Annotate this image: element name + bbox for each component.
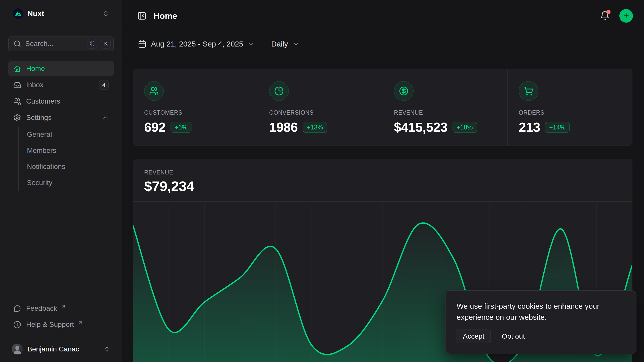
cookie-optout-button[interactable]: Opt out bbox=[502, 332, 525, 340]
sidebar-item-members[interactable]: Members bbox=[19, 143, 114, 159]
search-icon bbox=[14, 40, 21, 48]
stat-conversions[interactable]: CONVERSIONS 1986 +13% bbox=[258, 69, 383, 146]
external-link-icon bbox=[61, 304, 66, 309]
stat-label: CONVERSIONS bbox=[269, 109, 372, 116]
notifications-button[interactable] bbox=[600, 11, 610, 21]
info-circle-icon bbox=[13, 321, 21, 329]
dollar-circle-icon bbox=[394, 81, 414, 101]
chevron-down-icon bbox=[248, 41, 255, 48]
stat-revenue[interactable]: REVENUE $415,523 +18% bbox=[383, 69, 507, 146]
sidebar-item-label: Feedback bbox=[26, 304, 57, 312]
cookie-accept-button[interactable]: Accept bbox=[457, 330, 491, 343]
revenue-label: REVENUE bbox=[144, 169, 621, 176]
chevron-down-icon bbox=[293, 41, 299, 48]
topbar: Home bbox=[122, 0, 644, 32]
kbd-cmd: ⌘ bbox=[88, 39, 97, 49]
sidebar-item-inbox[interactable]: Inbox 4 bbox=[8, 77, 114, 93]
sidebar-subitem-label: Security bbox=[27, 179, 52, 187]
users-icon bbox=[13, 98, 21, 105]
sidebar-item-help-support[interactable]: Help & Support bbox=[8, 316, 114, 333]
workspace-switcher[interactable]: Nuxt bbox=[8, 6, 114, 22]
home-icon bbox=[13, 65, 21, 73]
user-name: Benjamin Canac bbox=[27, 345, 79, 353]
stat-customers[interactable]: CUSTOMERS 692 +6% bbox=[133, 69, 258, 146]
sidebar-collapse-button[interactable] bbox=[137, 11, 147, 21]
add-button[interactable] bbox=[619, 9, 633, 23]
calendar-icon bbox=[138, 40, 146, 48]
notification-dot bbox=[606, 10, 611, 14]
stats-panel: CUSTOMERS 692 +6% CONVERSIONS 1986 +13% bbox=[133, 69, 632, 146]
revenue-total: $79,234 bbox=[144, 179, 621, 194]
date-range-label: Aug 21, 2025 - Sep 4, 2025 bbox=[151, 40, 243, 48]
chevron-up-icon bbox=[102, 114, 109, 121]
sidebar-item-notifications[interactable]: Notifications bbox=[19, 159, 114, 175]
sidebar-item-label: Help & Support bbox=[26, 321, 74, 329]
inbox-icon bbox=[13, 81, 21, 89]
shopping-cart-icon bbox=[519, 81, 538, 101]
workspace-name: Nuxt bbox=[27, 9, 44, 18]
gear-icon bbox=[13, 114, 21, 122]
user-section: Benjamin Canac bbox=[0, 337, 122, 362]
sidebar-item-general[interactable]: General bbox=[19, 126, 114, 143]
sidebar-item-label: Home bbox=[26, 65, 45, 73]
stat-delta-badge: +6% bbox=[171, 122, 191, 133]
stat-value: $415,523 bbox=[394, 120, 448, 135]
stat-value: 1986 bbox=[269, 120, 298, 135]
sidebar-subitem-label: Notifications bbox=[27, 163, 65, 171]
nuxt-logo-icon bbox=[13, 8, 23, 19]
stat-orders[interactable]: ORDERS 213 +14% bbox=[507, 69, 632, 146]
sidebar-subitem-label: General bbox=[27, 130, 52, 139]
pie-chart-icon bbox=[269, 81, 289, 101]
sidebar-item-feedback[interactable]: Feedback bbox=[8, 300, 114, 316]
sidebar-item-home[interactable]: Home bbox=[8, 61, 114, 76]
search-box[interactable]: ⌘ K bbox=[8, 36, 114, 51]
chevrons-up-down-icon bbox=[104, 346, 110, 352]
sidebar-item-settings[interactable]: Settings bbox=[8, 110, 114, 125]
stat-label: CUSTOMERS bbox=[144, 109, 247, 116]
stat-label: ORDERS bbox=[519, 109, 621, 116]
sidebar-nav: Home Inbox 4 Customers bbox=[8, 61, 114, 191]
chat-bubble-icon bbox=[13, 305, 21, 312]
avatar bbox=[12, 344, 23, 355]
chevrons-up-down-icon bbox=[103, 10, 109, 17]
sidebar-item-label: Inbox bbox=[26, 81, 44, 89]
stat-delta-badge: +18% bbox=[453, 122, 477, 133]
sidebar-item-label: Customers bbox=[26, 97, 60, 105]
filters-toolbar: Aug 21, 2025 - Sep 4, 2025 Daily bbox=[122, 32, 644, 56]
cookie-banner: We use first-party cookies to enhance yo… bbox=[445, 290, 636, 354]
search-input[interactable] bbox=[25, 40, 84, 48]
period-select[interactable]: Daily bbox=[271, 40, 299, 48]
sidebar-item-customers[interactable]: Customers bbox=[8, 94, 114, 109]
stat-value: 213 bbox=[519, 120, 540, 135]
sidebar: Nuxt ⌘ K Home bbox=[0, 0, 122, 362]
stat-value: 692 bbox=[144, 120, 166, 135]
users-icon bbox=[144, 81, 164, 101]
cookie-message: We use first-party cookies to enhance yo… bbox=[457, 301, 625, 323]
plus-icon bbox=[622, 12, 630, 20]
stat-delta-badge: +13% bbox=[303, 122, 327, 133]
sidebar-item-label: Settings bbox=[26, 114, 52, 122]
user-menu[interactable]: Benjamin Canac bbox=[8, 341, 114, 357]
page-title: Home bbox=[153, 11, 177, 21]
sidebar-subitem-label: Members bbox=[27, 147, 56, 155]
period-label: Daily bbox=[271, 40, 288, 48]
stat-label: REVENUE bbox=[394, 109, 496, 116]
settings-subnav: General Members Notifications Security bbox=[18, 126, 114, 191]
date-range-picker[interactable]: Aug 21, 2025 - Sep 4, 2025 bbox=[138, 40, 255, 48]
inbox-count-badge: 4 bbox=[99, 80, 109, 90]
stat-delta-badge: +14% bbox=[545, 122, 570, 133]
external-link-icon bbox=[78, 320, 83, 325]
sidebar-item-security[interactable]: Security bbox=[19, 175, 114, 191]
kbd-k: K bbox=[101, 39, 111, 49]
